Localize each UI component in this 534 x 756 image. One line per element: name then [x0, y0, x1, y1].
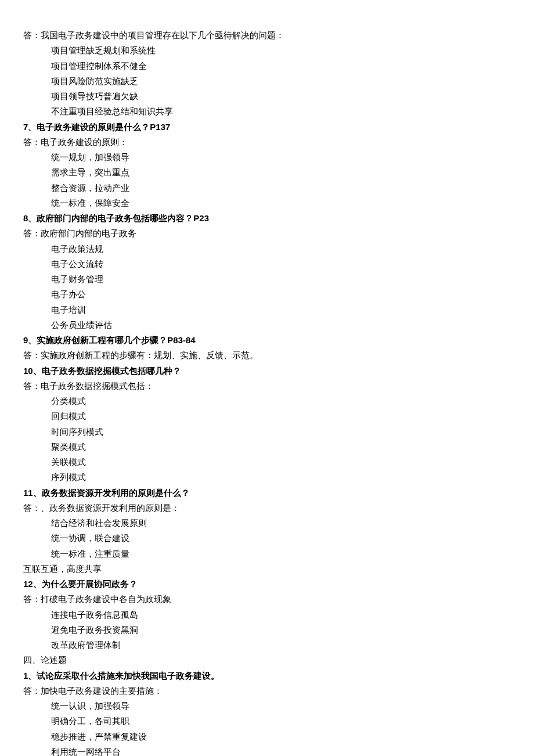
text-line: 统一规划，加强领导	[23, 150, 511, 165]
text-line: 稳步推进，严禁重复建设	[23, 729, 511, 744]
text-line: 电子政策法规	[23, 242, 511, 257]
question-heading: 8、政府部门内部的电子政务包括哪些内容？P23	[23, 211, 511, 226]
text-line: 分类模式	[23, 394, 511, 409]
text-line: 关联模式	[23, 455, 511, 470]
text-line: 连接电子政务信息孤岛	[23, 607, 511, 622]
text-line: 改革政府管理体制	[23, 638, 511, 653]
text-line: 项目领导技巧普遍欠缺	[23, 89, 511, 104]
text-line: 电子办公	[23, 287, 511, 302]
text-line: 统一认识，加强领导	[23, 699, 511, 714]
text-line: 答：打破电子政务建设中各自为政现象	[23, 592, 511, 607]
text-line: 需求主导，突出重点	[23, 165, 511, 180]
text-line: 答：加快电子政务建设的主要措施：	[23, 683, 511, 699]
text-line: 明确分工，各司其职	[23, 714, 511, 729]
text-line: 回归模式	[23, 409, 511, 424]
question-heading: 7、电子政务建设的原则是什么？P137	[23, 120, 511, 135]
question-heading: 11、政务数据资源开发利用的原则是什么？	[23, 485, 511, 501]
text-line: 统一标准，保障安全	[23, 196, 511, 211]
text-line: 序列模式	[23, 470, 511, 485]
text-line: 答：政府部门内部的电子政务	[23, 226, 511, 241]
text-line: 答：电子政务建设的原则：	[23, 135, 511, 150]
text-line: 电子培训	[23, 303, 511, 318]
text-line: 答：电子政务数据挖掘模式包括：	[23, 379, 511, 394]
text-line: 电子财务管理	[23, 272, 511, 287]
text-line: 答：实施政府创新工程的步骤有：规划、实施、反馈、示范。	[23, 348, 511, 363]
text-line: 不注重项目经验总结和知识共享	[23, 104, 511, 119]
text-line: 答：我国电子政务建设中的项目管理存在以下几个亟待解决的问题：	[23, 28, 511, 43]
text-line: 整合资源，拉动产业	[23, 181, 511, 196]
text-line: 结合经济和社会发展原则	[23, 516, 511, 531]
text-line: 项目管理缺乏规划和系统性	[23, 43, 511, 58]
text-line: 利用统一网络平台	[23, 744, 511, 756]
document-body: 答：我国电子政务建设中的项目管理存在以下几个亟待解决的问题：项目管理缺乏规划和系…	[23, 28, 511, 756]
text-line: 统一协调，联合建设	[23, 531, 511, 546]
text-line: 统一标准，注重质量	[23, 546, 511, 561]
text-line: 公务员业绩评估	[23, 318, 511, 333]
text-line: 电子公文流转	[23, 257, 511, 272]
text-line: 时间序列模式	[23, 424, 511, 440]
text-line: 四、论述题	[23, 653, 511, 668]
text-line: 避免电子政务投资黑洞	[23, 622, 511, 638]
question-heading: 9、实施政府创新工程有哪几个步骤？P83-84	[23, 333, 511, 348]
text-line: 答：、政务数据资源开发利用的原则是：	[23, 501, 511, 516]
text-line: 互联互通，高度共享	[23, 561, 511, 577]
question-heading: 12、为什么要开展协同政务？	[23, 577, 511, 592]
text-line: 聚类模式	[23, 440, 511, 455]
question-heading: 1、试论应采取什么措施来加快我国电子政务建设。	[23, 668, 511, 683]
text-line: 项目风险防范实施缺乏	[23, 74, 511, 89]
text-line: 项目管理控制体系不健全	[23, 59, 511, 74]
question-heading: 10、电子政务数据挖掘模式包括哪几种？	[23, 363, 511, 379]
